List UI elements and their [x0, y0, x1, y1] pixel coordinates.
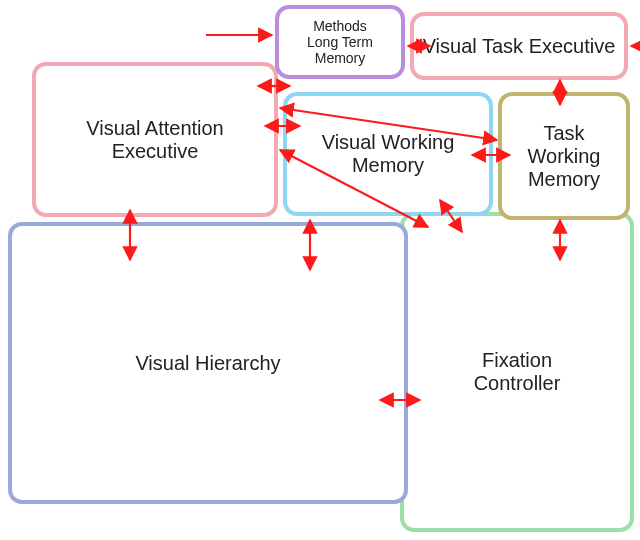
box-visual-task-executive: Visual Task Executive	[410, 12, 628, 80]
label-visual-task-executive: Visual Task Executive	[423, 35, 616, 58]
label-methods-long-term-memory: Methods Long Term Memory	[307, 18, 373, 66]
label-visual-hierarchy: Visual Hierarchy	[135, 352, 280, 375]
label-visual-working-memory: Visual Working Memory	[322, 131, 455, 177]
label-fixation-controller: Fixation Controller	[474, 349, 561, 395]
box-visual-working-memory: Visual Working Memory	[283, 92, 493, 216]
label-visual-attention-executive: Visual Attention Executive	[86, 117, 224, 163]
box-methods-long-term-memory: Methods Long Term Memory	[275, 5, 405, 79]
box-fixation-controller: Fixation Controller	[400, 212, 634, 532]
label-task-working-memory: Task Working Memory	[506, 122, 622, 191]
box-visual-hierarchy: Visual Hierarchy	[8, 222, 408, 504]
box-visual-attention-executive: Visual Attention Executive	[32, 62, 278, 217]
box-task-working-memory: Task Working Memory	[498, 92, 630, 220]
